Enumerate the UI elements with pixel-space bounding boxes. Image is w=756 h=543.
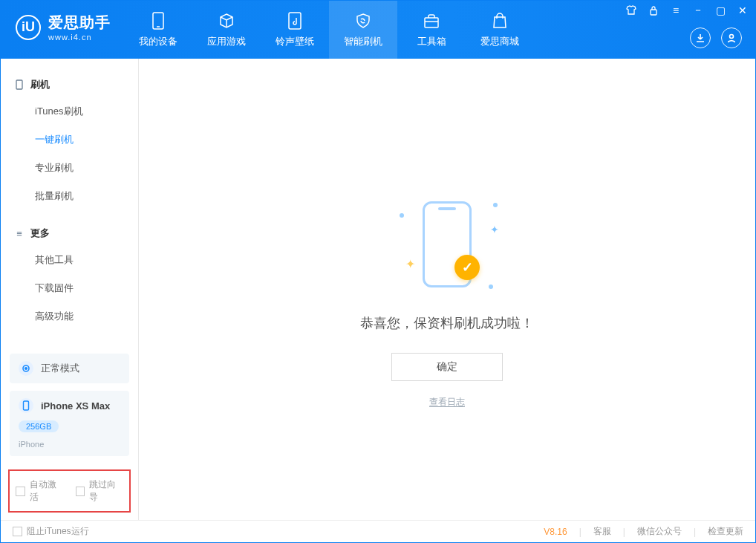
tab-store[interactable]: 爱思商城 [466, 1, 534, 59]
tab-label: 应用游戏 [207, 35, 246, 48]
svg-rect-3 [425, 18, 438, 27]
sidebar-item-batch-flash[interactable]: 批量刷机 [1, 182, 138, 210]
close-button[interactable]: ✕ [736, 4, 749, 17]
sparkle-plus-icon: ✦ [405, 257, 415, 271]
sidebar-item-itunes-flash[interactable]: iTunes刷机 [1, 97, 138, 126]
checkbox-block-itunes[interactable]: 阻止iTunes运行 [13, 525, 89, 538]
separator: | [579, 527, 581, 537]
tab-smart-flash[interactable]: 智能刷机 [329, 1, 397, 59]
device-name: iPhone XS Max [41, 400, 110, 412]
sidebar-group-flash: 刷机 [1, 72, 138, 97]
tab-label: 工具箱 [417, 35, 446, 48]
minimize-button[interactable]: － [691, 4, 705, 17]
tab-my-device[interactable]: 我的设备 [124, 1, 192, 59]
check-update-link[interactable]: 检查更新 [708, 525, 743, 538]
header-right-buttons [690, 27, 742, 48]
sidebar: 刷机 iTunes刷机 一键刷机 专业刷机 批量刷机 ≡ 更多 其他工具 下载固… [1, 59, 139, 520]
main-tabs: 我的设备 应用游戏 铃声壁纸 智能刷机 工具箱 爱思商城 [124, 1, 534, 59]
sparkle-icon [489, 284, 493, 289]
version-label: V8.16 [544, 527, 567, 537]
app-title: 爱思助手 [48, 13, 111, 33]
bag-icon [490, 11, 509, 30]
sparkle-plus-icon: ✦ [490, 224, 499, 235]
support-link[interactable]: 客服 [593, 525, 611, 538]
svg-rect-6 [16, 80, 22, 89]
download-button[interactable] [690, 27, 711, 48]
mode-label: 正常模式 [41, 362, 79, 375]
window-controls: ≡ － ▢ ✕ [625, 4, 749, 17]
main-content: ✦ ✦ ✓ 恭喜您，保资料刷机成功啦！ 确定 查看日志 [139, 59, 755, 520]
device-icon [19, 398, 33, 413]
sidebar-group-more: ≡ 更多 [1, 221, 138, 246]
checkbox-icon [13, 527, 22, 536]
separator: | [694, 527, 696, 537]
svg-rect-9 [24, 401, 29, 410]
sparkle-icon [493, 203, 498, 207]
tab-toolbox[interactable]: 工具箱 [397, 1, 466, 59]
cube-icon [217, 11, 236, 30]
success-message: 恭喜您，保资料刷机成功啦！ [360, 314, 534, 332]
checkbox-skip-guide[interactable]: 跳过向导 [76, 478, 124, 504]
list-icon: ≡ [14, 228, 25, 238]
svg-rect-4 [651, 10, 656, 15]
device-subtype: iPhone [19, 440, 120, 449]
sidebar-item-download-firmware[interactable]: 下载固件 [1, 274, 138, 302]
music-file-icon [285, 11, 304, 30]
options-highlight-box: 自动激活 跳过向导 [8, 469, 131, 513]
checkbox-icon [76, 487, 85, 496]
user-button[interactable] [721, 27, 742, 48]
device-card[interactable]: iPhone XS Max 256GB iPhone [10, 391, 129, 456]
sidebar-item-oneclick-flash[interactable]: 一键刷机 [1, 126, 138, 154]
refresh-shield-icon [353, 11, 373, 30]
tab-label: 智能刷机 [344, 35, 382, 48]
shirt-icon[interactable] [625, 4, 638, 17]
view-log-link[interactable]: 查看日志 [429, 396, 465, 409]
sidebar-item-other-tools[interactable]: 其他工具 [1, 246, 138, 274]
wechat-link[interactable]: 微信公众号 [637, 525, 682, 538]
checkbox-label: 阻止iTunes运行 [27, 525, 89, 538]
mode-icon [19, 361, 33, 376]
lock-icon[interactable] [647, 4, 660, 17]
checkbox-label: 跳过向导 [89, 478, 123, 504]
tab-label: 我的设备 [139, 35, 177, 48]
success-illustration: ✦ ✦ ✓ [395, 192, 499, 296]
tab-label: 爱思商城 [480, 35, 519, 48]
group-title-label: 更多 [30, 227, 50, 240]
toolbox-icon [422, 11, 441, 30]
app-header: iU 爱思助手 www.i4.cn 我的设备 应用游戏 铃声壁纸 智能刷机 工具… [1, 1, 755, 59]
checkbox-auto-activate[interactable]: 自动激活 [16, 478, 64, 504]
app-logo: iU 爱思助手 www.i4.cn [1, 1, 124, 42]
svg-rect-2 [289, 13, 301, 29]
checkbox-icon [16, 487, 25, 496]
tab-ringtone-wallpaper[interactable]: 铃声壁纸 [261, 1, 329, 59]
app-subtitle: www.i4.cn [48, 33, 111, 42]
status-bar: 阻止iTunes运行 V8.16 | 客服 | 微信公众号 | 检查更新 [1, 520, 755, 542]
logo-badge-icon: iU [16, 15, 41, 40]
ok-button[interactable]: 确定 [391, 353, 503, 381]
checkbox-label: 自动激活 [30, 478, 64, 504]
sidebar-item-pro-flash[interactable]: 专业刷机 [1, 154, 138, 182]
mode-card[interactable]: 正常模式 [10, 354, 129, 383]
svg-point-8 [25, 368, 27, 370]
tab-apps-games[interactable]: 应用游戏 [192, 1, 261, 59]
check-badge-icon: ✓ [454, 255, 480, 280]
tab-label: 铃声壁纸 [276, 35, 314, 48]
group-title-label: 刷机 [30, 78, 50, 91]
sparkle-icon [400, 213, 404, 218]
storage-badge: 256GB [19, 420, 59, 432]
separator: | [623, 527, 625, 537]
device-small-icon [14, 79, 25, 90]
phone-icon [149, 11, 168, 30]
sidebar-item-advanced[interactable]: 高级功能 [1, 302, 138, 331]
maximize-button[interactable]: ▢ [714, 4, 727, 17]
menu-icon[interactable]: ≡ [669, 4, 682, 17]
svg-point-5 [730, 35, 734, 39]
